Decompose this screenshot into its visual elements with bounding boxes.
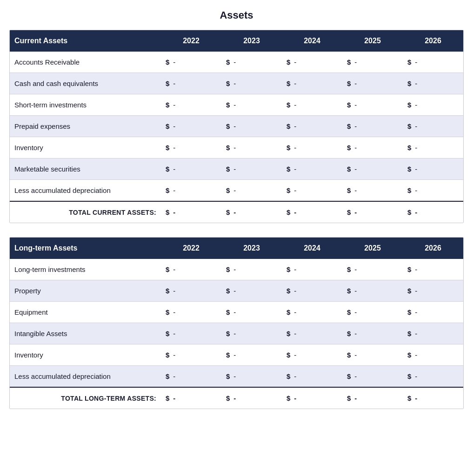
cell-value: $ - xyxy=(161,323,221,344)
row-label: Intangible Assets xyxy=(10,323,161,344)
lt-total-2025: $ - xyxy=(342,387,403,409)
cell-value: $ - xyxy=(221,302,282,323)
cell-value: $ - xyxy=(161,344,221,366)
cell-value: $ - xyxy=(221,116,282,137)
cell-value: $ - xyxy=(282,366,342,388)
cell-value: $ - xyxy=(161,159,221,180)
lt-year-2025: 2025 xyxy=(342,238,403,259)
cell-value: $ - xyxy=(342,259,403,280)
page-title: Assets xyxy=(9,9,464,21)
lt-total-label: TOTAL LONG-TERM ASSETS: xyxy=(10,387,161,409)
cell-value: $ - xyxy=(403,302,463,323)
table-row: Short-term investments $ - $ - $ - $ xyxy=(10,94,463,116)
cell-value: $ - xyxy=(403,73,463,94)
cell-value: $ - xyxy=(282,323,342,344)
cell-value: $ - xyxy=(403,344,463,366)
cell-value: $ - xyxy=(342,323,403,344)
cell-value: $ - xyxy=(282,73,342,94)
row-label: Prepaid expenses xyxy=(10,116,161,137)
current-year-2022: 2022 xyxy=(161,30,221,52)
cell-value: $ - xyxy=(282,52,342,73)
cell-value: $ - xyxy=(161,137,221,159)
row-label: Short-term investments xyxy=(10,94,161,116)
cell-value: $ - xyxy=(161,366,221,388)
cell-value: $ - xyxy=(161,259,221,280)
cell-value: $ - xyxy=(342,302,403,323)
cell-value: $ - xyxy=(161,94,221,116)
long-term-assets-header: Long-term Assets xyxy=(10,238,161,259)
row-label: Less accumulated depreciation xyxy=(10,180,161,202)
cell-value: $ - xyxy=(342,94,403,116)
current-total-2023: $ - xyxy=(221,201,282,223)
table-row: Equipment $ - $ - $ - $ - xyxy=(10,302,463,323)
cell-value: $ - xyxy=(282,116,342,137)
cell-value: $ - xyxy=(403,159,463,180)
current-year-2024: 2024 xyxy=(282,30,342,52)
row-label: Cash and cash equivalents xyxy=(10,73,161,94)
cell-value: $ - xyxy=(342,52,403,73)
table-row: Accounts Receivable $ - $ - $ - $ - xyxy=(10,52,463,73)
current-year-2026: 2026 xyxy=(403,30,463,52)
row-label: Marketable securities xyxy=(10,159,161,180)
table-row: Inventory $ - $ - $ - $ - xyxy=(10,344,463,366)
cell-value: $ - xyxy=(342,73,403,94)
lt-total-2023: $ - xyxy=(221,387,282,409)
row-label: Equipment xyxy=(10,302,161,323)
current-total-2024: $ - xyxy=(282,201,342,223)
cell-value: $ - xyxy=(161,73,221,94)
cell-value: $ - xyxy=(161,52,221,73)
cell-value: $ - xyxy=(282,302,342,323)
current-assets-section: Current Assets 2022 2023 2024 2025 2026 … xyxy=(9,30,464,223)
cell-value: $ - xyxy=(221,180,282,202)
table-row: Prepaid expenses $ - $ - $ - $ - xyxy=(10,116,463,137)
cell-value: $ - xyxy=(403,280,463,302)
cell-value: $ - xyxy=(403,116,463,137)
cell-value: $ - xyxy=(342,116,403,137)
cell-value: $ - xyxy=(403,52,463,73)
cell-value: $ - xyxy=(282,259,342,280)
cell-value: $ - xyxy=(221,323,282,344)
lt-year-2026: 2026 xyxy=(403,238,463,259)
cell-value: $ - xyxy=(403,366,463,388)
lt-total-2024: $ - xyxy=(282,387,342,409)
cell-value: $ - xyxy=(221,52,282,73)
lt-year-2023: 2023 xyxy=(221,238,282,259)
current-total-2022: $ - xyxy=(161,201,221,223)
table-row: Less accumulated depreciation $ - $ - $ … xyxy=(10,180,463,202)
table-row: Long-term investments $ - $ - $ - $ xyxy=(10,259,463,280)
cell-value: $ - xyxy=(221,259,282,280)
cell-value: $ - xyxy=(161,116,221,137)
cell-value: $ - xyxy=(342,366,403,388)
table-row: Intangible Assets $ - $ - $ - $ - xyxy=(10,323,463,344)
cell-value: $ - xyxy=(282,94,342,116)
cell-value: $ - xyxy=(282,280,342,302)
cell-value: $ - xyxy=(161,302,221,323)
row-label: Less accumulated depreciation xyxy=(10,366,161,388)
lt-year-2022: 2022 xyxy=(161,238,221,259)
row-label: Inventory xyxy=(10,344,161,366)
table-row: Property $ - $ - $ - $ - xyxy=(10,280,463,302)
cell-value: $ - xyxy=(403,180,463,202)
cell-value: $ - xyxy=(221,73,282,94)
lt-year-2024: 2024 xyxy=(282,238,342,259)
cell-value: $ - xyxy=(342,159,403,180)
cell-value: $ - xyxy=(282,180,342,202)
current-year-2025: 2025 xyxy=(342,30,403,52)
cell-value: $ - xyxy=(342,344,403,366)
cell-value: $ - xyxy=(221,94,282,116)
cell-value: $ - xyxy=(342,180,403,202)
cell-value: $ - xyxy=(221,344,282,366)
lt-total-2026: $ - xyxy=(403,387,463,409)
current-total-2025: $ - xyxy=(342,201,403,223)
cell-value: $ - xyxy=(221,159,282,180)
cell-value: $ - xyxy=(403,94,463,116)
cell-value: $ - xyxy=(403,323,463,344)
cell-value: $ - xyxy=(403,259,463,280)
cell-value: $ - xyxy=(282,344,342,366)
cell-value: $ - xyxy=(403,137,463,159)
cell-value: $ - xyxy=(221,366,282,388)
cell-value: $ - xyxy=(282,159,342,180)
current-year-2023: 2023 xyxy=(221,30,282,52)
row-label: Accounts Receivable xyxy=(10,52,161,73)
long-term-assets-section: Long-term Assets 2022 2023 2024 2025 202… xyxy=(9,237,464,409)
